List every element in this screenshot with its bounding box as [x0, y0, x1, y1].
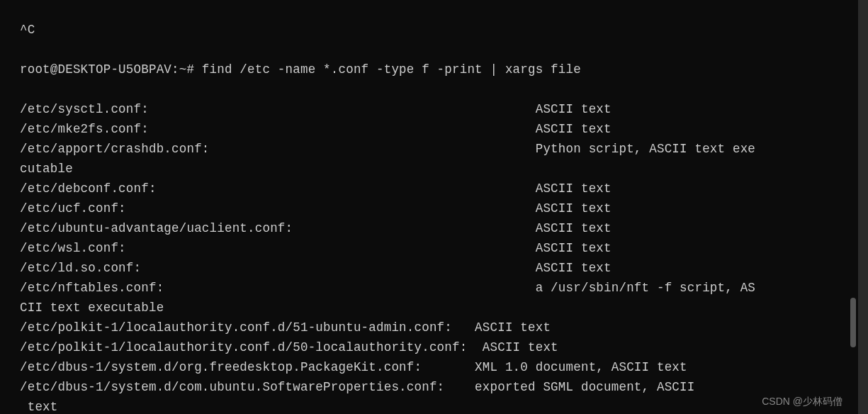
file-output-line: /etc/debconf.conf: ASCII text [20, 179, 858, 198]
command-output: /etc/sysctl.conf: ASCII text/etc/mke2fs.… [20, 99, 858, 414]
file-output-wrap: text [20, 397, 858, 414]
file-output-wrap: cutable [20, 159, 858, 179]
file-output-line: /etc/dbus-1/system.d/com.ubuntu.Software… [20, 377, 858, 397]
file-output-line: /etc/nftables.conf: a /usr/sbin/nft -f s… [20, 278, 858, 298]
file-output-line: /etc/dbus-1/system.d/org.freedesktop.Pac… [20, 357, 858, 377]
file-output-line: /etc/wsl.conf: ASCII text [20, 238, 858, 258]
file-output-line: /etc/polkit-1/localauthority.conf.d/50-l… [20, 337, 858, 357]
watermark: CSDN @少林码僧 [762, 391, 842, 411]
prompt-line: root@DESKTOP-U5OBPAV:~# find /etc -name … [20, 60, 858, 79]
file-output-line: /etc/sysctl.conf: ASCII text [20, 99, 858, 119]
shell-prompt: root@DESKTOP-U5OBPAV:~# [20, 62, 194, 77]
file-output-wrap: CII text executable [20, 298, 858, 318]
file-output-line: /etc/polkit-1/localauthority.conf.d/51-u… [20, 318, 858, 337]
shell-command: find /etc -name *.conf -type f -print | … [202, 62, 581, 77]
file-output-line: /etc/apport/crashdb.conf: Python script,… [20, 139, 858, 159]
terminal-output[interactable]: ^C root@DESKTOP-U5OBPAV:~# find /etc -na… [0, 0, 858, 414]
scrollbar-thumb[interactable] [850, 298, 856, 347]
file-output-line: /etc/ucf.conf: ASCII text [20, 198, 858, 218]
file-output-line: /etc/ubuntu-advantage/uaclient.conf: ASC… [20, 218, 858, 238]
file-output-line: /etc/ld.so.conf: ASCII text [20, 258, 858, 278]
interrupt-line: ^C [20, 20, 858, 40]
file-output-line: /etc/mke2fs.conf: ASCII text [20, 119, 858, 139]
